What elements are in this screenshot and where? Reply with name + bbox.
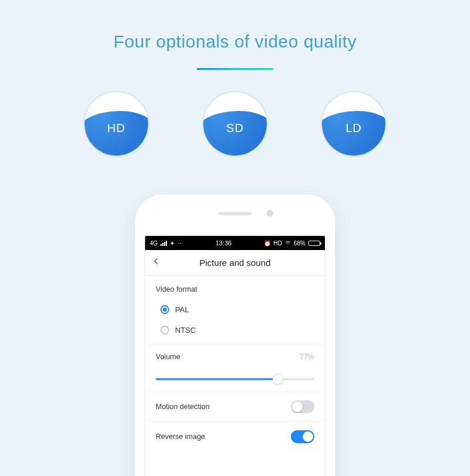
radio-label: PAL xyxy=(175,305,189,314)
toggle-knob xyxy=(303,431,313,442)
phone-camera xyxy=(267,210,273,217)
badge-label: SD xyxy=(203,92,267,156)
radio-icon xyxy=(160,326,169,335)
volume-label: Volume xyxy=(156,353,180,361)
volume-slider-wrap xyxy=(147,369,323,391)
volume-value: 77% xyxy=(300,353,314,361)
volume-slider[interactable] xyxy=(156,373,314,386)
wifi-icon xyxy=(285,241,291,246)
volume-row: Volume 77% xyxy=(147,344,323,369)
quality-badge-hd: HD xyxy=(83,91,149,157)
row-label: Reverse image xyxy=(156,433,205,441)
hero-title: Four optionals of video quality xyxy=(0,0,470,52)
slider-thumb[interactable] xyxy=(273,374,283,384)
more-icon: ⋯ xyxy=(177,240,183,247)
radio-option-pal[interactable]: PAL xyxy=(147,299,323,320)
phone-frame: 4G ✦ ⋯ 13:36 ⏰ HD 68% Picture and sound xyxy=(135,194,335,476)
nav-bar: Picture and sound xyxy=(145,250,325,276)
status-time: 13:36 xyxy=(187,239,260,247)
reverse-image-toggle[interactable] xyxy=(291,430,314,443)
title-underline xyxy=(197,68,273,70)
slider-fill xyxy=(156,379,278,380)
video-format-label: Video format xyxy=(147,276,323,299)
status-bar: 4G ✦ ⋯ 13:36 ⏰ HD 68% xyxy=(145,236,325,250)
reverse-image-row: Reverse image xyxy=(147,421,323,451)
phone-screen: 4G ✦ ⋯ 13:36 ⏰ HD 68% Picture and sound xyxy=(145,235,325,476)
badge-label: LD xyxy=(322,92,385,156)
row-label: Motion detection xyxy=(156,403,210,411)
phone-speaker xyxy=(219,212,251,215)
motion-detection-row: Motion detection xyxy=(147,391,323,421)
quality-badge-sd: SD xyxy=(202,91,268,157)
battery-pct: 68% xyxy=(294,240,306,247)
radio-icon xyxy=(160,305,169,314)
quality-badge-ld: LD xyxy=(321,91,387,157)
android-icon: ✦ xyxy=(170,240,174,247)
status-right: ⏰ HD 68% xyxy=(264,240,320,247)
quality-badges: HD SD LD xyxy=(0,91,470,157)
network-label: 4G xyxy=(150,240,157,247)
radio-label: NTSC xyxy=(175,326,196,335)
radio-option-ntsc[interactable]: NTSC xyxy=(147,320,323,340)
back-button[interactable] xyxy=(152,257,164,269)
hd-indicator: HD xyxy=(274,240,282,247)
status-left: 4G ✦ ⋯ xyxy=(150,240,183,247)
badge-label: HD xyxy=(85,92,148,156)
battery-icon xyxy=(308,241,320,246)
svg-point-0 xyxy=(287,244,288,244)
page-title: Picture and sound xyxy=(200,258,271,268)
alarm-icon: ⏰ xyxy=(264,240,271,247)
motion-detection-toggle[interactable] xyxy=(291,400,314,413)
settings-content: Video format PAL NTSC Volume 77% xyxy=(145,276,325,476)
signal-icon xyxy=(160,241,167,246)
chevron-left-icon xyxy=(152,257,160,265)
toggle-knob xyxy=(292,401,303,412)
